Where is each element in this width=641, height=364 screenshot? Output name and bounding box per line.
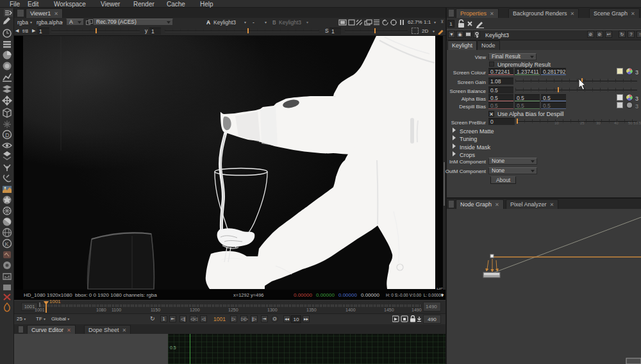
svg-text:D: D bbox=[5, 132, 10, 138]
svg-text:1350: 1350 bbox=[306, 308, 317, 312]
svg-text:1080: 1080 bbox=[96, 308, 106, 312]
svg-text:1300: 1300 bbox=[267, 308, 278, 312]
svg-text:1001: 1001 bbox=[35, 308, 45, 312]
svg-text:1490: 1490 bbox=[412, 308, 422, 312]
svg-text:1150: 1150 bbox=[151, 308, 160, 312]
svg-text:1400: 1400 bbox=[345, 308, 356, 312]
svg-text:1200: 1200 bbox=[190, 308, 200, 312]
svg-text:1100: 1100 bbox=[112, 308, 121, 312]
svg-text:K: K bbox=[5, 241, 9, 247]
svg-text:1450: 1450 bbox=[384, 308, 394, 312]
svg-text:1250: 1250 bbox=[228, 308, 238, 312]
